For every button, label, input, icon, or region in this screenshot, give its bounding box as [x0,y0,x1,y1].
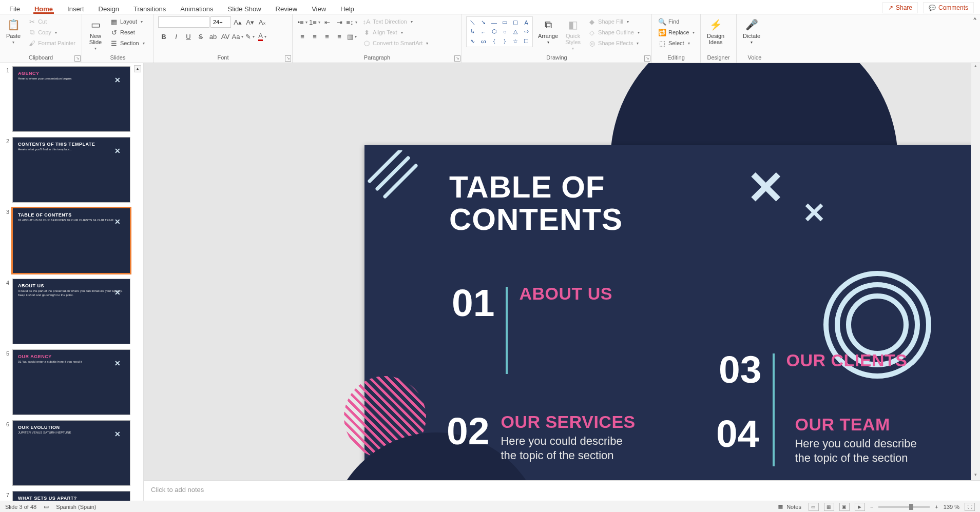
toc-item-01[interactable]: 01 ABOUT US [452,284,612,374]
strikethrough-button[interactable]: S̶ [195,31,206,42]
tab-insert[interactable]: Insert [66,3,85,14]
shape-textbox-icon[interactable]: A [521,18,531,27]
shapes-gallery[interactable]: ＼↘—▭▢A ↳⌐⬡○△⇨ ∿ᔕ{}☆☐ [466,16,533,47]
slide-thumbnails-panel[interactable]: ▴ 1AGENCYHere is where your presentation… [0,63,144,501]
underline-button[interactable]: U [183,31,194,42]
clear-formatting-button[interactable]: Aₓ [257,16,268,28]
change-case-button[interactable]: Aa [232,31,243,42]
dictate-button[interactable]: 🎤Dictate▾ [741,16,762,46]
shape-circle-icon[interactable]: ○ [500,27,510,36]
new-slide-button[interactable]: ▭ New Slide ▾ [86,16,105,52]
canvas-area[interactable]: ✕ ✕ TABLE OF CONTENTS 01 ABOUT US 02 OUR… [144,63,980,480]
shape-effects-button[interactable]: ◎Shape Effects [586,38,642,48]
slide-thumbnail[interactable]: OUR AGENCY01 You could enter a subtitle … [12,349,130,415]
format-painter-button[interactable]: 🖌Format Painter [26,38,78,48]
scroll-up-button[interactable]: ▴ [971,63,980,71]
shape-brace2-icon[interactable]: } [500,37,510,46]
tab-transitions[interactable]: Transitions [132,3,167,14]
toc-item-04[interactable]: 04 OUR TEAMHere you could describe the t… [716,415,917,465]
font-color-button[interactable]: A [257,31,268,42]
shape-roundrect-icon[interactable]: ▢ [510,18,521,27]
tab-help[interactable]: Help [339,3,355,14]
comments-button[interactable]: Comments [923,2,974,13]
shape-free-icon[interactable]: ᔕ [478,37,489,46]
slide-counter[interactable]: Slide 3 of 48 [5,504,36,510]
zoom-level[interactable]: 139 % [944,504,959,510]
highlight-button[interactable]: ✎ [244,31,256,42]
slide-thumbnail[interactable]: OUR EVOLUTIONJUPITER VENUS SATURN NEPTUN… [12,420,130,486]
zoom-out-button[interactable]: − [870,504,873,510]
arrange-button[interactable]: ⧉Arrange▾ [536,16,560,46]
font-size-input[interactable] [210,16,231,28]
collapse-ribbon-button[interactable]: ^ [970,14,980,63]
sorter-view-button[interactable]: ▦ [824,503,834,511]
shadow-button[interactable]: ab [207,31,219,42]
shape-triangle-icon[interactable]: △ [510,27,521,36]
shape-l-icon[interactable]: ⌐ [478,27,489,36]
replace-button[interactable]: 🔁Replace [656,27,697,37]
char-spacing-button[interactable]: AV [220,31,231,42]
shape-star-icon[interactable]: ☆ [510,37,521,46]
numbering-button[interactable]: 1≡ [309,16,320,28]
shape-outline-button[interactable]: ◇Shape Outline [586,27,642,37]
align-text-button[interactable]: ⬍Align Text [360,27,430,37]
normal-view-button[interactable]: ▭ [809,503,819,511]
copy-button[interactable]: ⧉Copy [26,27,78,37]
clipboard-dialog-launcher[interactable]: ↘ [74,55,81,62]
font-name-input[interactable] [158,16,209,28]
zoom-slider[interactable] [878,506,930,508]
text-direction-button[interactable]: ↕AText Direction [360,16,430,27]
bullets-button[interactable]: •≡ [297,16,308,28]
reset-button[interactable]: ↺Reset [108,27,147,37]
find-button[interactable]: 🔍Find [656,16,697,27]
tab-home[interactable]: Home [33,3,54,14]
paragraph-dialog-launcher[interactable]: ↘ [454,55,460,62]
slide-thumbnail[interactable]: CONTENTS OF THIS TEMPLATEHere's what you… [12,137,130,203]
language-status[interactable]: Spanish (Spain) [56,504,96,510]
shrink-font-button[interactable]: A▾ [244,16,256,28]
shape-curve-icon[interactable]: ∿ [468,37,478,46]
shape-rect-icon[interactable]: ▭ [500,18,510,27]
shape-connector-icon[interactable]: ↳ [468,27,478,36]
shape-brace-icon[interactable]: { [489,37,499,46]
slide-thumbnail[interactable]: WHAT SETS US APART?✕ [12,491,130,501]
reading-view-button[interactable]: ▣ [839,503,850,511]
shape-arrowr-icon[interactable]: ⇨ [521,27,531,36]
tab-file[interactable]: File [8,3,21,14]
slide-thumbnail[interactable]: AGENCYHere is where your presentation be… [12,66,130,132]
convert-smartart-button[interactable]: ⬡Convert to SmartArt [360,38,430,48]
align-left-button[interactable]: ≡ [297,31,308,42]
bold-button[interactable]: B [158,31,169,42]
paste-button[interactable]: 📋 Paste ▾ [4,16,23,46]
toc-item-02[interactable]: 02 OUR SERVICESHere you could describe t… [447,412,636,462]
tab-slideshow[interactable]: Slide Show [226,3,262,14]
line-spacing-button[interactable]: ≡↕ [346,16,357,28]
fit-window-button[interactable]: ⛶ [965,503,975,511]
layout-button[interactable]: ▦Layout [108,16,147,27]
tab-animations[interactable]: Animations [179,3,214,14]
columns-button[interactable]: ▥ [346,31,357,42]
increase-indent-button[interactable]: ⇥ [334,16,345,28]
thumb-scrollbar[interactable]: ▴ [134,65,142,96]
select-button[interactable]: ⬚Select [656,38,697,48]
align-right-button[interactable]: ≡ [321,31,333,42]
share-button[interactable]: Share [882,2,918,13]
canvas-scrollbar-vertical[interactable]: ▴ ▾ [971,63,980,480]
justify-button[interactable]: ≡ [334,31,345,42]
shape-callout-icon[interactable]: ☐ [521,37,531,46]
font-dialog-launcher[interactable]: ↘ [285,55,291,62]
spellcheck-icon[interactable]: ▭ [44,503,49,510]
shape-poly-icon[interactable]: ⬡ [489,27,499,36]
tab-review[interactable]: Review [275,3,299,14]
notes-pane[interactable]: Click to add notes [144,480,980,501]
decrease-indent-button[interactable]: ⇤ [321,16,333,28]
tab-view[interactable]: View [311,3,327,14]
italic-button[interactable]: I [170,31,182,42]
slide-thumbnail[interactable]: TABLE OF CONTENTS01 ABOUT US 02 OUR SERV… [12,208,130,273]
scroll-down-button[interactable]: ▾ [971,472,980,480]
section-button[interactable]: ☰Section [108,38,147,48]
slide-title[interactable]: TABLE OF CONTENTS [449,171,623,235]
shape-line2-icon[interactable]: — [489,18,499,27]
grow-font-button[interactable]: A▴ [232,16,243,28]
tab-design[interactable]: Design [98,3,120,14]
